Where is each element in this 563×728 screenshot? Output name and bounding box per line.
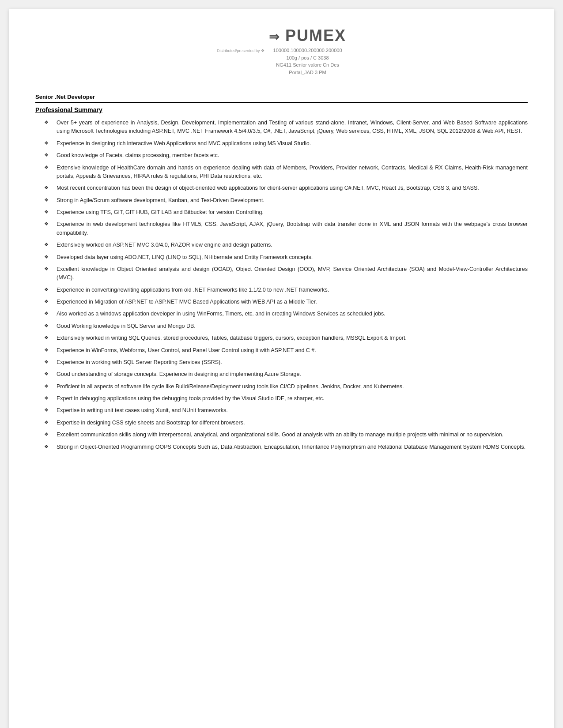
bullet-item: Experience in designing rich interactive… [44,139,528,148]
bullet-item: Strong in Object-Oriented Programming OO… [44,443,528,451]
bullet-item: Strong in Agile/Scrum software developme… [44,196,528,205]
bullet-item: Proficient in all aspects of software li… [44,383,528,391]
professional-summary-heading: Professional Summary [35,106,528,113]
bullet-item: Good understanding of storage concepts. … [44,370,528,379]
bullet-item: Expertise in writing unit test cases usi… [44,406,528,415]
job-title-section: Senior .Net Developer [35,94,528,103]
bullet-item: Expert in debugging applications using t… [44,394,528,403]
summary-bullet-list: Over 5+ years of experience in Analysis,… [35,119,528,451]
bullet-item: Extensively worked in writing SQL Querie… [44,334,528,342]
bullet-item: Good Working knowledge in SQL Server and… [44,322,528,330]
bullet-item: Experience in WinForms, Webforms, User C… [44,346,528,355]
header: Distributed/presented by ❖ ⇒ PUMEX 10000… [35,26,528,80]
resume-page: Distributed/presented by ❖ ⇒ PUMEX 10000… [9,9,554,728]
bullet-item: Experience in working with SQL Server Re… [44,358,528,367]
job-title: Senior .Net Developer [35,94,528,100]
bullet-item: Extensive knowledge of HealthCare domain… [44,164,528,181]
logo-container: ⇒ PUMEX 100000.100000.200000.200000 100g… [269,26,346,76]
bullet-item: Experience in converting/rewriting appli… [44,286,528,294]
logo-subtext: 100000.100000.200000.200000 100g / pos /… [273,47,342,76]
bullet-item: Expertise in designing CSS style sheets … [44,419,528,427]
distributed-by-label: Distributed/presented by ❖ [217,49,264,54]
bullet-item: Experience using TFS, GIT, GIT HUB, GIT … [44,208,528,217]
bullet-item: Developed data layer using ADO.NET, LINQ… [44,253,528,262]
header-top: Distributed/presented by ❖ ⇒ PUMEX 10000… [217,26,346,76]
bullet-item: Experience in web development technologi… [44,220,528,237]
bullet-item: Good knowledge of Facets, claims process… [44,151,528,160]
bullet-item: Most recent concentration has been the d… [44,184,528,192]
pumex-logo: ⇒ PUMEX [269,26,346,45]
bullet-item: Excellent communication skills along wit… [44,431,528,439]
bullet-item: Extensively worked on ASP.NET MVC 3.0/4.… [44,241,528,249]
bullet-item: Experienced in Migration of ASP.NET to A… [44,298,528,306]
title-divider [35,102,528,103]
bullet-item: Over 5+ years of experience in Analysis,… [44,119,528,136]
bullet-item: Excellent knowledge in Object Oriented a… [44,265,528,282]
bullet-item: Also worked as a windows application dev… [44,310,528,318]
